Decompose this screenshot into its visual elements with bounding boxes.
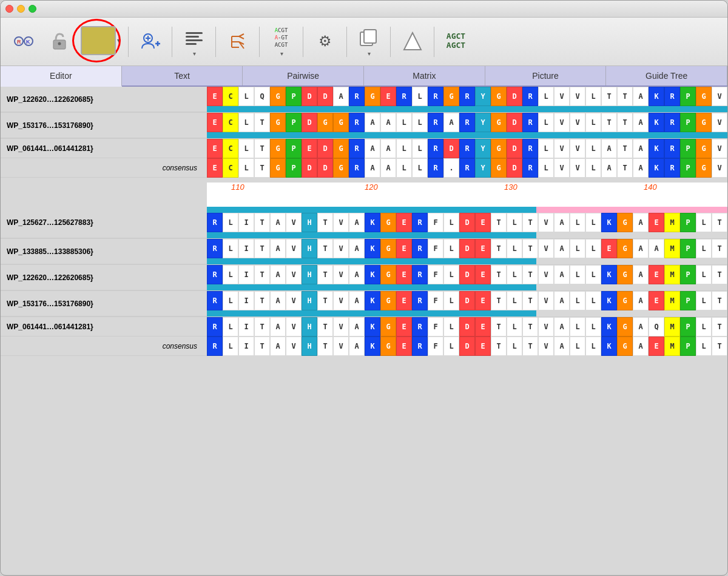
cell-L: L bbox=[412, 87, 428, 106]
cell-V: V bbox=[570, 87, 585, 106]
cell-H: H bbox=[302, 317, 317, 337]
tab-guide-tree[interactable]: Guide Tree bbox=[606, 66, 727, 85]
cell-R: R bbox=[664, 139, 680, 158]
tab-text[interactable]: Text bbox=[122, 66, 243, 85]
consensus-button[interactable]: ACGT A-GT ACGT ▾ bbox=[265, 24, 298, 59]
cell-R: R bbox=[349, 113, 365, 132]
cell-D: D bbox=[459, 265, 475, 284]
cell-T: T bbox=[317, 291, 333, 310]
cell-L: L bbox=[238, 158, 254, 178]
cell-T: T bbox=[317, 213, 333, 232]
cell-A: A bbox=[554, 317, 570, 337]
cell-L: L bbox=[585, 213, 601, 232]
cell-A: A bbox=[633, 239, 649, 258]
replica-arrow: ▾ bbox=[368, 50, 371, 57]
cell-T: T bbox=[317, 337, 333, 356]
cell-E: E bbox=[396, 213, 412, 232]
tabs-row: Editor Text Pairwise Matrix Picture Guid… bbox=[1, 66, 727, 87]
replica-icon bbox=[357, 26, 381, 50]
cell-T: T bbox=[491, 291, 507, 310]
cell-L: L bbox=[538, 158, 554, 178]
cell-A: A bbox=[633, 139, 649, 158]
cell-G: G bbox=[696, 87, 712, 106]
sep7 bbox=[390, 27, 391, 57]
cell-A: A bbox=[380, 158, 396, 178]
seq-label-2: WP_153176…153176890} bbox=[1, 113, 207, 138]
add-seqs-button[interactable] bbox=[133, 27, 167, 57]
cell-T: T bbox=[491, 337, 507, 356]
cell-P: P bbox=[680, 113, 696, 132]
cell-V: V bbox=[538, 337, 554, 356]
cell-G: G bbox=[365, 87, 380, 106]
protein-button[interactable]: R K bbox=[7, 27, 40, 57]
cell-R: R bbox=[428, 113, 443, 132]
phylogeny-button[interactable] bbox=[221, 27, 254, 57]
cell-D: D bbox=[317, 158, 333, 178]
cell-P: P bbox=[680, 291, 696, 310]
cell-A: A bbox=[633, 291, 649, 310]
cell-V: V bbox=[570, 139, 585, 158]
cell-E: E bbox=[396, 291, 412, 310]
align-button[interactable]: ▾ bbox=[177, 24, 211, 59]
cell-V: V bbox=[570, 158, 585, 178]
cell-G: G bbox=[270, 139, 286, 158]
replica-button[interactable]: ▾ bbox=[352, 24, 385, 59]
seq-row-2: WP_153176…153176890} ECLTGPDGGRAALLRARYG… bbox=[1, 113, 727, 139]
cell-R: R bbox=[412, 265, 428, 284]
svg-rect-21 bbox=[364, 30, 376, 43]
cell-V: V bbox=[538, 265, 554, 284]
cell-V: V bbox=[554, 87, 570, 106]
svg-text:K: K bbox=[26, 39, 30, 45]
blocking-button[interactable] bbox=[396, 27, 429, 57]
cell-L: L bbox=[412, 139, 428, 158]
cell-G: G bbox=[617, 265, 633, 284]
tab-editor[interactable]: Editor bbox=[1, 66, 122, 87]
cell-E: E bbox=[207, 158, 223, 178]
tab-pairwise[interactable]: Pairwise bbox=[243, 66, 364, 85]
cell-D: D bbox=[459, 239, 475, 258]
cell-E: E bbox=[475, 291, 491, 310]
cell-L: L bbox=[696, 213, 712, 232]
minimize-button[interactable] bbox=[17, 5, 25, 13]
cell-L: L bbox=[585, 158, 601, 178]
prefs-button[interactable]: ⚙ bbox=[308, 27, 342, 57]
cell-V: V bbox=[538, 291, 554, 310]
cell-R: R bbox=[396, 87, 412, 106]
seq-label-consensus1: consensus bbox=[1, 158, 207, 178]
cell-R: R bbox=[412, 239, 428, 258]
seq-row-5: WP_133885…133885306} RLITAVHTVAKGERFLDET… bbox=[1, 239, 727, 265]
cell-E: E bbox=[207, 113, 223, 132]
tab-picture[interactable]: Picture bbox=[485, 66, 607, 85]
seq-row-3: WP_061441…061441281} ECLTGPEDGRAALLRDRYG… bbox=[1, 139, 727, 158]
mode-button[interactable]: ▾ bbox=[78, 24, 123, 60]
cell-D: D bbox=[302, 158, 317, 178]
cell-E: E bbox=[396, 265, 412, 284]
dots-button[interactable]: AGCT AGCT bbox=[439, 27, 473, 57]
cell-V: V bbox=[286, 291, 302, 310]
cell-V: V bbox=[286, 265, 302, 284]
cell-G: G bbox=[333, 139, 349, 158]
maximize-button[interactable] bbox=[29, 5, 36, 13]
cell-P: P bbox=[286, 158, 302, 178]
cell-E: E bbox=[207, 139, 223, 158]
cell-P: P bbox=[680, 317, 696, 337]
cell-T: T bbox=[712, 317, 727, 337]
cell-R: R bbox=[207, 265, 223, 284]
tab-matrix[interactable]: Matrix bbox=[364, 66, 485, 85]
cell-G: G bbox=[380, 317, 396, 337]
cell-L: L bbox=[507, 239, 522, 258]
cell-L: L bbox=[570, 337, 585, 356]
close-button[interactable] bbox=[5, 5, 13, 13]
cell-G: G bbox=[617, 317, 633, 337]
cell-L: L bbox=[585, 139, 601, 158]
cell-L: L bbox=[570, 213, 585, 232]
cell-G: G bbox=[617, 239, 633, 258]
unlocked-button[interactable] bbox=[42, 27, 76, 57]
cell-L: L bbox=[585, 265, 601, 284]
cell-A: A bbox=[349, 291, 365, 310]
cell-I: I bbox=[238, 213, 254, 232]
bar-2 bbox=[207, 132, 727, 138]
cell-C: C bbox=[223, 113, 238, 132]
cell-A: A bbox=[349, 265, 365, 284]
cell-R: R bbox=[459, 158, 475, 178]
